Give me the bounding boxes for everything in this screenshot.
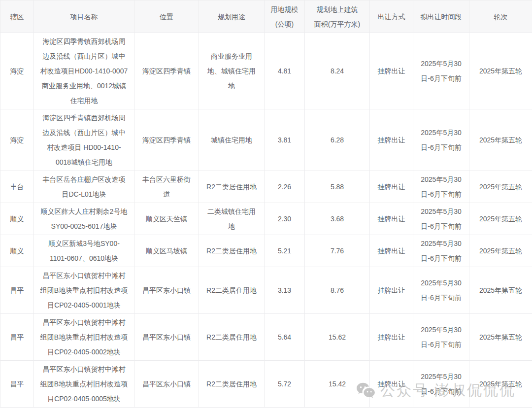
- cell-location: 海淀区四季青镇: [134, 109, 199, 171]
- cell-area: 15.62: [305, 314, 370, 361]
- cell-area: 3.68: [305, 203, 370, 235]
- col-header-use: 规划用途: [199, 0, 265, 33]
- table-row: 海淀海淀区四季青镇西郊机场周边及沿线（西山片区）城中村改造项目 HD00-141…: [0, 109, 532, 171]
- project-link[interactable]: 海淀区四季青镇西郊机场周边及沿线（西山片区）城中村改造项目 HD00-1410-…: [34, 109, 134, 171]
- cell-area: 5.88: [305, 171, 370, 203]
- cell-area: 8.24: [305, 33, 370, 109]
- project-link[interactable]: 海淀区四季青镇西郊机场周边及沿线（西山片区）城中村改造项目HD00-1410-0…: [34, 33, 134, 109]
- cell-use: R2二类居住用地: [199, 171, 265, 203]
- cell-area: 7.76: [305, 235, 370, 267]
- cell-location: 丰台区六里桥街道: [134, 171, 199, 203]
- col-header-area: 规划地上建筑 面积(万平方米): [305, 0, 370, 33]
- cell-method: 挂牌出让: [370, 109, 413, 171]
- col-header-location: 位置: [134, 0, 199, 33]
- cell-period: 2025年5月30日-6月下旬前: [413, 267, 469, 314]
- col-header-method: 出让方式: [370, 0, 413, 33]
- cell-period: 2025年5月30日-6月下旬前: [413, 235, 469, 267]
- land-supply-announcement-page: 辖区项目名称位置规划用途用地规模 (公顷)规划地上建筑 面积(万平方米)出让方式…: [0, 0, 532, 413]
- cell-location: 顺义区天竺镇: [134, 203, 199, 235]
- cell-location: 昌平区东小口镇: [134, 314, 199, 361]
- cell-location: 顺义区马坡镇: [134, 235, 199, 267]
- cell-use: R2二类居住用地: [199, 235, 265, 267]
- cell-period: 2025年5月30日-6月下旬前: [413, 171, 469, 203]
- cell-district: 顺义: [0, 235, 34, 267]
- cell-period: 2025年5月30日-6月下旬前: [413, 361, 469, 408]
- cell-method: 挂牌出让: [370, 33, 413, 109]
- col-header-scale: 用地规模 (公顷): [265, 0, 305, 33]
- cell-period: 2025年5月30日-6月下旬前: [413, 314, 469, 361]
- cell-location: 昌平区东小口镇: [134, 267, 199, 314]
- table-row: 昌平昌平区东小口镇贺村中滩村组团B地块重点村旧村改造项目CP02-0405-00…: [0, 314, 532, 361]
- cell-round: 2025年第五轮: [469, 171, 532, 203]
- table-row: 顺义顺义区薛大人庄村剩余2号地SY00-0025-6017地块顺义区天竺镇二类城…: [0, 203, 532, 235]
- cell-district: 海淀: [0, 109, 34, 171]
- cell-location: 昌平区东小口镇: [134, 361, 199, 408]
- cell-round: 2025年第五轮: [469, 267, 532, 314]
- cell-scale: 3.81: [265, 109, 305, 171]
- land-parcel-table: 辖区项目名称位置规划用途用地规模 (公顷)规划地上建筑 面积(万平方米)出让方式…: [0, 0, 532, 408]
- table-row: 顺义顺义区新城3号地SY00-1101-0607、0610地块顺义区马坡镇R2二…: [0, 235, 532, 267]
- cell-scale: 5.72: [265, 361, 305, 408]
- project-link[interactable]: 昌平区东小口镇贺村中滩村组团B地块重点村旧村改造项目CP02-0405-0002…: [34, 314, 134, 361]
- table-row: 丰台丰台区岳各庄棚户区改造项目DC-L01地块丰台区六里桥街道R2二类居住用地2…: [0, 171, 532, 203]
- cell-district: 昌平: [0, 361, 34, 408]
- cell-use: R2二类居住用地: [199, 361, 265, 408]
- cell-area: 8.76: [305, 267, 370, 314]
- cell-use: 商业服务业用地、城镇住宅用地: [199, 33, 265, 109]
- project-link[interactable]: 丰台区岳各庄棚户区改造项目DC-L01地块: [34, 171, 134, 203]
- table-row: 昌平昌平区东小口镇贺村中滩村组团B地块重点村旧村改造项目CP02-0405-00…: [0, 361, 532, 408]
- cell-period: 2025年5月30日-6月下旬前: [413, 203, 469, 235]
- cell-scale: 5.21: [265, 235, 305, 267]
- cell-method: 挂牌出让: [370, 314, 413, 361]
- project-link[interactable]: 昌平区东小口镇贺村中滩村组团B地块重点村旧村改造项目CP02-0405-0005…: [34, 361, 134, 408]
- cell-round: 2025年第五轮: [469, 109, 532, 171]
- table-header-row: 辖区项目名称位置规划用途用地规模 (公顷)规划地上建筑 面积(万平方米)出让方式…: [0, 0, 532, 33]
- cell-area: 15.42: [305, 361, 370, 408]
- project-link[interactable]: 顺义区新城3号地SY00-1101-0607、0610地块: [34, 235, 134, 267]
- cell-use: 二类城镇住宅用地: [199, 203, 265, 235]
- cell-scale: 4.81: [265, 33, 305, 109]
- cell-round: 2025年第五轮: [469, 314, 532, 361]
- cell-period: 2025年5月30日-6月下旬前: [413, 33, 469, 109]
- table-body: 海淀海淀区四季青镇西郊机场周边及沿线（西山片区）城中村改造项目HD00-1410…: [0, 33, 532, 408]
- cell-location: 海淀区四季青镇: [134, 33, 199, 109]
- cell-method: 挂牌出让: [370, 235, 413, 267]
- table-row: 海淀海淀区四季青镇西郊机场周边及沿线（西山片区）城中村改造项目HD00-1410…: [0, 33, 532, 109]
- cell-district: 海淀: [0, 33, 34, 109]
- cell-round: 2025年第五轮: [469, 203, 532, 235]
- cell-method: 挂牌出让: [370, 361, 413, 408]
- cell-use: 城镇住宅用地: [199, 109, 265, 171]
- cell-period: 2025年5月30日-6月下旬前: [413, 109, 469, 171]
- table-row: 昌平昌平区东小口镇贺村中滩村组团B地块重点村旧村改造项目CP02-0405-00…: [0, 267, 532, 314]
- cell-method: 挂牌出让: [370, 267, 413, 314]
- cell-use: R2二类居住用地: [199, 267, 265, 314]
- cell-scale: 2.30: [265, 203, 305, 235]
- project-link[interactable]: 顺义区薛大人庄村剩余2号地SY00-0025-6017地块: [34, 203, 134, 235]
- header-row: 辖区项目名称位置规划用途用地规模 (公顷)规划地上建筑 面积(万平方米)出让方式…: [0, 0, 532, 33]
- cell-scale: 2.26: [265, 171, 305, 203]
- cell-method: 挂牌出让: [370, 203, 413, 235]
- col-header-period: 拟出让时间段: [413, 0, 469, 33]
- cell-scale: 5.64: [265, 314, 305, 361]
- cell-district: 昌平: [0, 267, 34, 314]
- cell-district: 顺义: [0, 203, 34, 235]
- project-link[interactable]: 昌平区东小口镇贺村中滩村组团B地块重点村旧村改造项目CP02-0405-0001…: [34, 267, 134, 314]
- col-header-district: 辖区: [0, 0, 34, 33]
- cell-method: 挂牌出让: [370, 171, 413, 203]
- cell-district: 丰台: [0, 171, 34, 203]
- cell-area: 6.28: [305, 109, 370, 171]
- cell-district: 昌平: [0, 314, 34, 361]
- cell-scale: 3.13: [265, 267, 305, 314]
- cell-round: 2025年第五轮: [469, 361, 532, 408]
- cell-round: 2025年第五轮: [469, 33, 532, 109]
- col-header-round: 轮次: [469, 0, 532, 33]
- cell-round: 2025年第五轮: [469, 235, 532, 267]
- cell-use: R2二类居住用地: [199, 314, 265, 361]
- col-header-project: 项目名称: [34, 0, 134, 33]
